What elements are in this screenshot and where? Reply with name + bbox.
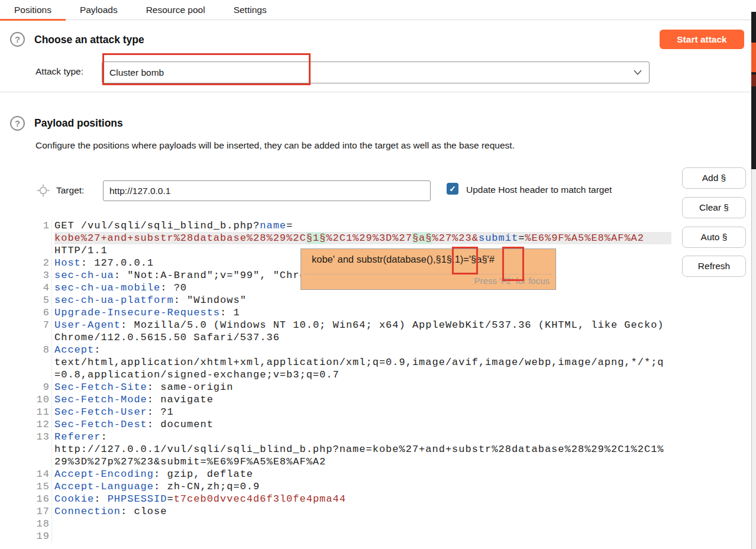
request-line[interactable]: 13Referer:	[35, 431, 671, 443]
attack-type-label: Attack type:	[35, 66, 83, 77]
line-content: 29%3D%27p%27%23&submit=%E6%9F%A5%E8%AF%A…	[54, 456, 671, 468]
line-number: 2	[35, 257, 52, 269]
start-attack-button[interactable]: Start attack	[660, 30, 744, 49]
line-number: 12	[35, 418, 52, 431]
line-content: Sec-Fetch-Site: same-origin	[54, 381, 671, 393]
scrollbar-track[interactable]	[751, 169, 756, 549]
line-number: 8	[35, 344, 52, 356]
line-number: 18	[35, 518, 52, 530]
line-number: 4	[35, 282, 52, 294]
line-number: 3	[35, 269, 52, 282]
window-edge-strip	[751, 12, 756, 169]
help-icon[interactable]: ?	[10, 116, 25, 131]
line-content: Cookie: PHPSESSID=t7ceb0dvvec4d6f3l0fe4p…	[54, 493, 671, 505]
request-line[interactable]: 5sec-ch-ua-platform: "Windows"	[35, 294, 671, 306]
attack-type-select[interactable]: Cluster bomb	[102, 62, 650, 83]
line-content: =0.8,application/signed-exchange;v=b3;q=…	[54, 369, 671, 381]
line-number: 17	[35, 505, 52, 518]
line-content	[54, 530, 671, 542]
request-line[interactable]: 16Cookie: PHPSESSID=t7ceb0dvvec4d6f3l0fe…	[35, 493, 671, 505]
line-number: 9	[35, 381, 52, 393]
tab-settings[interactable]: Settings	[219, 0, 281, 20]
request-line[interactable]: 6Upgrade-Insecure-Requests: 1	[35, 306, 671, 319]
payload-position-marker: §1§	[306, 232, 327, 244]
tab-payloads[interactable]: Payloads	[66, 0, 132, 20]
line-content: Accept:	[54, 344, 671, 356]
request-line[interactable]: 10Sec-Fetch-Mode: navigate	[35, 393, 671, 406]
line-content: Chrome/112.0.5615.50 Safari/537.36	[54, 331, 671, 344]
positions-description: Configure the positions where payloads w…	[35, 140, 515, 151]
request-line[interactable]: kobe%27+and+substr%28database%28%29%2C§1…	[35, 232, 671, 244]
line-number: 6	[35, 306, 52, 319]
line-content: kobe%27+and+substr%28database%28%29%2C§1…	[54, 232, 671, 244]
refresh-button[interactable]: Refresh	[682, 256, 746, 277]
line-number	[35, 443, 52, 456]
line-number	[35, 356, 52, 369]
request-line[interactable]: 18	[35, 518, 671, 530]
request-line[interactable]: 11Sec-Fetch-User: ?1	[35, 406, 671, 418]
attack-section-title: Choose an attack type	[34, 34, 144, 46]
line-number: 11	[35, 406, 52, 418]
positions-section-title: Payload positions	[34, 117, 123, 130]
tab-positions[interactable]: Positions	[0, 0, 66, 20]
clear-section-button[interactable]: Clear §	[682, 197, 746, 218]
line-content: http://127.0.0.1/vul/sqli/sqli_blind_b.p…	[54, 443, 671, 456]
line-number: 10	[35, 393, 52, 406]
auto-section-button[interactable]: Auto §	[682, 227, 746, 248]
line-content: Sec-Fetch-Dest: document	[54, 418, 671, 431]
request-line[interactable]: 1GET /vul/sqli/sqli_blind_b.php?name=	[35, 219, 671, 232]
window-edge-darkred	[751, 75, 756, 86]
attack-type-value: Cluster bomb	[109, 67, 164, 78]
update-host-label: Update Host header to match target	[466, 185, 612, 195]
request-line[interactable]: =0.8,application/signed-exchange;v=b3;q=…	[35, 369, 671, 381]
tab-resource-pool[interactable]: Resource pool	[132, 0, 219, 20]
line-number: 16	[35, 493, 52, 505]
line-number: 1	[35, 219, 52, 232]
payload-preview-tooltip: kobe' and substr(database(),§1§,1)='§a§'…	[301, 248, 556, 290]
request-line[interactable]: 29%3D%27p%27%23&submit=%E6%9F%A5%E8%AF%A…	[35, 456, 671, 468]
tab-bar: PositionsPayloadsResource poolSettings	[0, 0, 751, 20]
line-content: User-Agent: Mozilla/5.0 (Windows NT 10.0…	[54, 319, 671, 331]
update-host-checkbox[interactable]: ✓	[447, 183, 458, 195]
line-content: text/html,application/xhtml+xml,applicat…	[54, 356, 671, 369]
request-line[interactable]: 19	[35, 530, 671, 542]
line-content	[54, 518, 671, 530]
payload-position-marker: §a§	[412, 232, 432, 244]
target-crosshair-icon	[37, 184, 50, 197]
request-line[interactable]: 8Accept:	[35, 344, 671, 356]
line-number	[35, 244, 52, 257]
target-label: Target:	[56, 185, 84, 196]
line-number: 7	[35, 319, 52, 331]
line-content: Connection: close	[54, 505, 671, 518]
line-number: 15	[35, 480, 52, 493]
line-number: 13	[35, 431, 52, 443]
line-content: Upgrade-Insecure-Requests: 1	[54, 306, 671, 319]
request-line[interactable]: 9Sec-Fetch-Site: same-origin	[35, 381, 671, 393]
window-edge-orange	[751, 43, 756, 72]
tooltip-divider	[305, 274, 552, 274]
request-line[interactable]: Chrome/112.0.5615.50 Safari/537.36	[35, 331, 671, 344]
line-content: sec-ch-ua-platform: "Windows"	[54, 294, 671, 306]
request-line[interactable]: 15Accept-Language: zh-CN,zh;q=0.9	[35, 480, 671, 493]
add-section-button[interactable]: Add §	[682, 167, 746, 189]
line-content: Accept-Encoding: gzip, deflate	[54, 468, 671, 480]
request-line[interactable]: 17Connection: close	[35, 505, 671, 518]
line-number	[35, 331, 52, 344]
line-number: 19	[35, 530, 52, 542]
request-line[interactable]: 7User-Agent: Mozilla/5.0 (Windows NT 10.…	[35, 319, 671, 331]
request-line[interactable]: 14Accept-Encoding: gzip, deflate	[35, 468, 671, 480]
request-line[interactable]: text/html,application/xhtml+xml,applicat…	[35, 356, 671, 369]
target-input[interactable]	[103, 180, 431, 201]
chevron-down-icon	[634, 70, 642, 75]
line-content: Referer:	[54, 431, 671, 443]
request-line[interactable]: 12Sec-Fetch-Dest: document	[35, 418, 671, 431]
line-number	[35, 456, 52, 468]
help-icon[interactable]: ?	[10, 32, 25, 47]
line-number: 14	[35, 468, 52, 480]
line-content: Accept-Language: zh-CN,zh;q=0.9	[54, 480, 671, 493]
request-line[interactable]: http://127.0.0.1/vul/sqli/sqli_blind_b.p…	[35, 443, 671, 456]
line-number	[35, 232, 52, 244]
line-content: GET /vul/sqli/sqli_blind_b.php?name=	[54, 219, 671, 232]
line-content: Sec-Fetch-Mode: navigate	[54, 393, 671, 406]
line-number	[35, 369, 52, 381]
